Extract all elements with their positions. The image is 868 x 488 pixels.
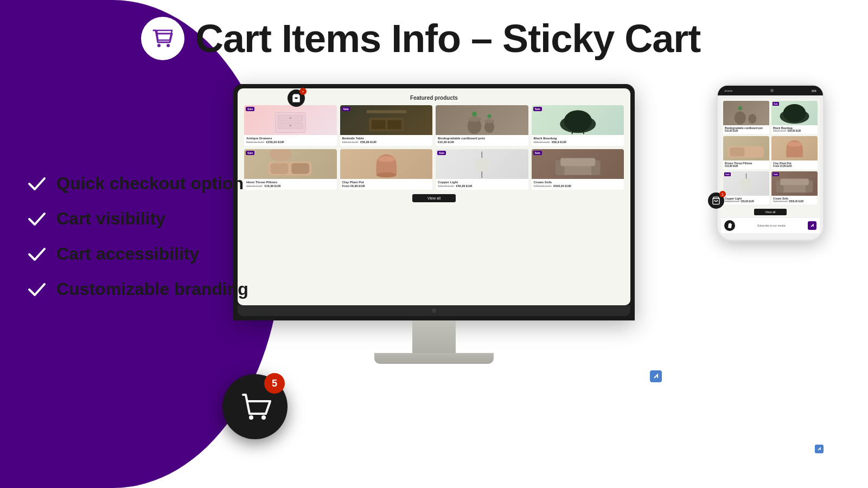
product-info-6: Clay Plant Pot From €9,99 EUR: [340, 179, 433, 190]
desktop-mockup: Featured products Sale: [233, 84, 635, 364]
product-price-5: €25,90 EUR €19,99 EUR: [246, 184, 335, 188]
corner-cart-badge: •: [299, 88, 307, 95]
shopify-logo-icon: [726, 222, 733, 229]
svg-point-25: [376, 172, 396, 177]
monitor-inner: Featured products Sale: [238, 88, 630, 305]
product-img-8: [532, 149, 624, 179]
desktop-cart-corner[interactable]: •: [288, 89, 305, 107]
feature-text-4: Customizable branding: [56, 279, 248, 299]
new-price-7: €59,99 EUR: [456, 184, 473, 188]
phone-product-4: Clay Plant Pot From €3,99 EUR: [771, 136, 818, 169]
svg-point-14: [484, 119, 494, 123]
phone-battery: ▮▮▮: [812, 89, 816, 92]
check-icon-3: [27, 245, 47, 264]
pillows-svg: [244, 149, 337, 179]
phone-cart-bubble[interactable]: 1: [708, 192, 724, 209]
product-name-2: Bedside Table: [342, 137, 431, 140]
phone-product-img-1: [723, 101, 769, 125]
cart-bubble[interactable]: 5: [222, 374, 288, 439]
desktop-product-4: Sale Black Beanbag €88,00 EUR €69,9 EUR: [532, 105, 624, 146]
phone-cart-icon: [712, 196, 720, 205]
bedside-svg: [340, 105, 433, 135]
phone-product-2: Sale Black Beanbag €88,00 EUR €69,99 EUR: [771, 101, 818, 134]
svg-point-35: [249, 415, 253, 420]
svg-rect-44: [730, 147, 745, 157]
phone-corner-btn[interactable]: [815, 445, 824, 453]
phone-corner-arrow-icon: [817, 447, 821, 451]
drawers-svg: [244, 105, 337, 135]
new-price-8: €500,00 EUR: [553, 184, 571, 188]
old-price-7: €75,00 EUR: [438, 184, 454, 188]
svg-point-42: [783, 104, 806, 122]
product-price-4: €88,00 EUR €69,9 EUR: [534, 140, 622, 144]
cart-count-badge: 5: [264, 373, 285, 394]
svg-rect-22: [271, 163, 289, 174]
phone-old-price-2: €88,00 EUR: [773, 130, 787, 132]
feature-list: Quick checkout option Cart visibility Ca…: [27, 174, 248, 299]
svg-point-15: [472, 112, 477, 117]
phone-screen: Biodegradable cardboard pot €10,00 EUR S…: [721, 99, 820, 233]
desktop-corner-btn[interactable]: [650, 370, 662, 382]
phone-footer-arrow-icon: [810, 223, 814, 228]
product-name-5: Hmm Throw Pillows: [246, 181, 335, 184]
svg-rect-10: [366, 110, 406, 113]
desktop-view-all-btn[interactable]: View all: [412, 194, 456, 202]
phone-old-price-6: €100,00 EUR: [773, 200, 788, 203]
svg-rect-9: [387, 120, 401, 130]
sale-badge-4: Sale: [533, 107, 542, 111]
phone-sale-badge-5: Sale: [724, 172, 731, 176]
product-img-6: [340, 149, 433, 179]
product-info-8: Cream Sofa €750,00 EUR €500,00 EUR: [532, 179, 624, 190]
desktop-product-6: Clay Plant Pot From €9,99 EUR: [340, 149, 433, 190]
monitor-stand-base: [374, 353, 494, 364]
phone-product-price-1: €10,00 EUR: [725, 130, 768, 132]
phone-new-price-5: €39,99 EUR: [741, 200, 754, 203]
feature-item-4: Customizable branding: [27, 279, 248, 299]
product-info-7: Copper Light €75,00 EUR €59,99 EUR: [436, 179, 528, 190]
new-price-1: €250,00 EUR: [266, 140, 284, 144]
monitor-stand-neck: [412, 320, 456, 353]
phone-footer-btn[interactable]: [808, 221, 816, 230]
new-price-6: From €9,99 EUR: [342, 184, 365, 188]
corner-cart-bubble[interactable]: •: [288, 89, 305, 107]
product-price-8: €750,00 EUR €500,00 EUR: [534, 184, 622, 188]
phone-claypot-svg: [771, 136, 818, 160]
phone-new-price-2: €69,99 EUR: [788, 130, 801, 132]
product-img-4: [532, 105, 624, 135]
phone-product-3: Brown Throw Pillows €19,99 EUR: [723, 136, 769, 169]
feature-item-3: Cart accessibility: [27, 244, 248, 264]
phone-new-price-3: €19,99 EUR: [725, 165, 738, 168]
corner-arrow-icon: [653, 373, 659, 380]
phone-product-price-3: €19,99 EUR: [725, 165, 768, 168]
phone-product-price-2: €88,00 EUR €69,99 EUR: [773, 130, 816, 132]
phone-sale-badge-6: Sale: [773, 172, 779, 176]
svg-point-0: [157, 44, 161, 47]
header-cart-icon: [141, 17, 184, 60]
phone-pillows-svg: [723, 136, 769, 160]
desktop-product-7: Sale Copper Light €75,00 EUR €59,99 EUR: [436, 149, 528, 190]
svg-point-45: [787, 142, 802, 147]
feature-item-1: Quick checkout option: [27, 174, 248, 194]
svg-point-39: [748, 114, 756, 124]
product-info-4: Black Beanbag €88,00 EUR €69,9 EUR: [532, 135, 624, 146]
svg-point-12: [468, 117, 482, 121]
claypot-svg: [340, 149, 433, 179]
svg-point-36: [261, 415, 266, 420]
desktop-product-8: Sale Cream Sofa €750,00 EUR €500,00 EUR: [532, 149, 624, 190]
desktop-product-grid: Sale Antique Drawers €200,00 EUR €250,00…: [244, 105, 624, 190]
check-icon-2: [27, 209, 47, 229]
phone-product-info-5: Copper Light €200,00 EUR €39,99 EUR: [723, 196, 769, 204]
monitor-screen: Featured products Sale: [233, 84, 635, 320]
phone-floating-cart[interactable]: 1: [708, 192, 724, 209]
svg-point-1: [167, 44, 170, 47]
page-title: Cart Items Info – Sticky Cart: [195, 16, 700, 61]
floating-cart-button[interactable]: 5: [222, 374, 288, 439]
phone-view-all-btn[interactable]: View all: [754, 209, 787, 215]
svg-point-40: [738, 106, 743, 111]
svg-point-16: [487, 114, 491, 118]
desktop-product-2: Sale Bedside Table €65,00 EUR €59,99 EUR: [340, 105, 433, 146]
svg-line-33: [561, 175, 563, 178]
phone-footer: Subscribe to our emails: [721, 217, 820, 233]
sale-badge-7: Sale: [437, 151, 446, 155]
feature-text-3: Cart accessibility: [56, 244, 199, 264]
